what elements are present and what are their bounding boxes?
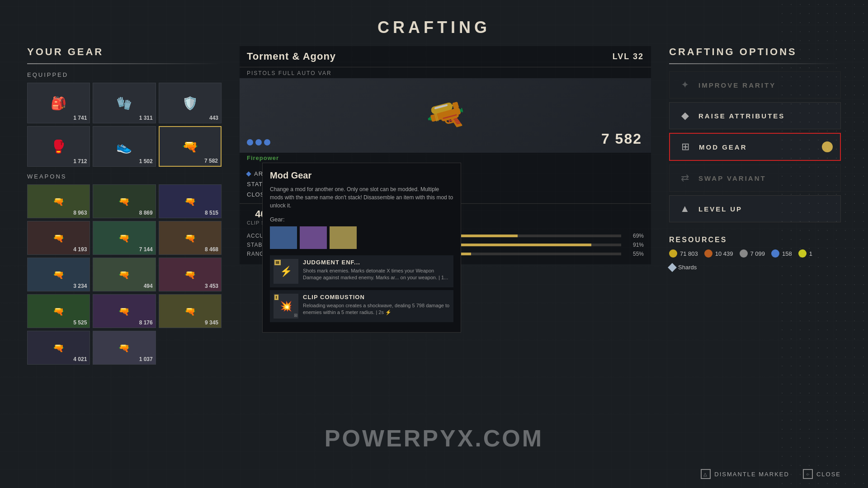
- option-icon-0: ✦: [679, 79, 691, 91]
- weapon-icon-4: 🔫: [109, 223, 139, 253]
- crafting-options-list: ✦ IMPROVE RARITY ◆ RAISE ATTRIBUTES ⊞ MO…: [669, 71, 841, 222]
- equipped-item-5[interactable]: 🔫 7 582: [159, 126, 222, 167]
- weapons-section: WEAPONS 🔫 8 963 🔫 8 869 🔫 8 515 🔫 4 193 …: [27, 173, 222, 365]
- mod-icon-clip: 💥 I ⊞: [274, 294, 298, 319]
- resource-item-4: 1: [798, 249, 812, 258]
- equipped-value-3: 1 712: [73, 158, 87, 164]
- bar-accuracy-pct: 69%: [626, 233, 644, 239]
- resource-val-0: 71 803: [680, 250, 698, 257]
- weapon-icon-13: 🔫: [109, 333, 139, 362]
- resource-val-5: Shards: [678, 264, 697, 271]
- resource-val-2: 7 099: [750, 250, 765, 257]
- weapon-value-9: 5 525: [73, 319, 87, 326]
- tooltip-title: Mod Gear: [270, 170, 453, 181]
- equipped-label: EQUIPPED: [27, 71, 222, 78]
- crafting-option-1[interactable]: ◆ RAISE ATTRIBUTES: [669, 102, 841, 129]
- option-label-3: SWAP VARIANT: [698, 174, 766, 182]
- key-icon-0: △: [701, 469, 711, 479]
- resource-val-1: 10 439: [715, 250, 733, 257]
- equipped-item-3[interactable]: 🥊 1 712: [27, 126, 90, 167]
- mod-info-clip: CLIP COMBUSTION Reloading weapon creates…: [303, 294, 450, 316]
- weapon-item-2[interactable]: 🔫 8 515: [159, 184, 222, 218]
- weapon-item-6[interactable]: 🔫 3 234: [27, 258, 90, 291]
- weapon-icon-0: 🔫: [44, 187, 73, 216]
- swatch-purple[interactable]: [300, 226, 327, 249]
- equipped-item-1[interactable]: 🧤 1 311: [93, 83, 156, 123]
- weapon-item-10[interactable]: 🔫 8 176: [93, 294, 156, 328]
- weapon-value-7: 494: [144, 283, 153, 289]
- weapon-item-11[interactable]: 🔫 9 345: [159, 294, 222, 328]
- equipped-value-0: 1 741: [73, 115, 87, 121]
- option-label-1: RAISE ATTRIBUTES: [698, 112, 785, 120]
- mod-item-judgment[interactable]: ⚡ III JUDGMENT ENF... Shots mark enemies…: [270, 255, 453, 287]
- swatch-gold[interactable]: [330, 226, 357, 249]
- resource-item-1: 10 439: [704, 249, 733, 258]
- mod-icon-judgment: ⚡ III: [274, 259, 298, 284]
- rarity-dot-1: [247, 139, 253, 145]
- equipped-icon-2: 🛡️: [175, 89, 205, 118]
- weapon-item-7[interactable]: 🔫 494: [93, 258, 156, 291]
- mod-desc-clip: Reloading weapon creates a shockwave, de…: [303, 302, 450, 316]
- weapon-item-0[interactable]: 🔫 8 963: [27, 184, 90, 218]
- equipped-item-0[interactable]: 🎒 1 741: [27, 83, 90, 123]
- page-title: CRAFTING: [0, 0, 868, 37]
- equipped-item-2[interactable]: 🛡️ 443: [159, 83, 222, 123]
- mod-desc-judgment: Shots mark enemies. Marks detonate X tim…: [303, 267, 450, 282]
- weapon-icon-12: 🔫: [44, 333, 73, 362]
- weapon-item-4[interactable]: 🔫 7 144: [93, 221, 156, 255]
- equipped-icon-3: 🥊: [44, 132, 73, 161]
- equipped-icon-0: 🎒: [44, 89, 73, 118]
- crafting-option-2[interactable]: ⊞ MOD GEAR: [669, 133, 841, 161]
- bottom-bar: △ DISMANTLE MARKED ○ CLOSE: [701, 469, 841, 479]
- weapon-icon-2: 🔫: [175, 187, 205, 216]
- equipped-grid: 🎒 1 741 🧤 1 311 🛡️ 443 🥊 1 712 👟 1 502 🔫…: [27, 83, 222, 167]
- weapon-value-1: 8 869: [139, 210, 153, 216]
- resource-item-2: 7 099: [740, 249, 765, 258]
- mod-name-clip: CLIP COMBUSTION: [303, 294, 450, 300]
- weapon-value-5: 8 468: [205, 246, 218, 253]
- resource-item-5: Shards: [669, 264, 697, 271]
- resource-item-0: 71 803: [669, 249, 698, 258]
- weapon-value-3: 4 193: [73, 246, 87, 253]
- item-type: PISTOLS FULL AUTO VAR: [240, 67, 651, 78]
- right-panel: CRAFTING OPTIONS ✦ IMPROVE RARITY ◆ RAIS…: [669, 46, 841, 471]
- resource-icon-4: [798, 249, 807, 258]
- resource-item-3: 158: [771, 249, 792, 258]
- item-image: 🔫: [421, 93, 469, 139]
- weapon-item-9[interactable]: 🔫 5 525: [27, 294, 90, 328]
- weapon-item-8[interactable]: 🔫 3 453: [159, 258, 222, 291]
- weapon-item-3[interactable]: 🔫 4 193: [27, 221, 90, 255]
- bottom-action-label-0: DISMANTLE MARKED: [714, 471, 789, 478]
- crafting-option-4[interactable]: ▲ LEVEL UP: [669, 195, 841, 222]
- right-divider: [669, 63, 841, 64]
- your-gear-title: YOUR GEAR: [27, 46, 222, 58]
- resources-title: RESOURCES: [669, 236, 841, 244]
- weapon-icon-5: 🔫: [175, 223, 205, 253]
- item-score: 7 582: [601, 131, 642, 147]
- resource-val-3: 158: [782, 250, 792, 257]
- resource-icon-3: [771, 249, 779, 258]
- resources-section: RESOURCES 71 803 10 439 7 099 158 1 Shar…: [669, 236, 841, 271]
- weapon-icon-3: 🔫: [44, 223, 73, 253]
- mod-gear-tooltip: Mod Gear Change a mod for another one. O…: [262, 163, 461, 333]
- weapon-item-1[interactable]: 🔫 8 869: [93, 184, 156, 218]
- equipped-value-1: 1 311: [139, 115, 153, 121]
- mod-item-clip[interactable]: 💥 I ⊞ CLIP COMBUSTION Reloading weapon c…: [270, 290, 453, 322]
- bottom-action-1[interactable]: ○ CLOSE: [803, 469, 841, 479]
- equipped-icon-1: 🧤: [109, 89, 139, 118]
- rarity-dot-3: [264, 139, 270, 145]
- weapon-item-12[interactable]: 🔫 4 021: [27, 331, 90, 365]
- mod-level-badge-clip: I: [274, 295, 278, 300]
- crafting-option-3: ⇄ SWAP VARIANT: [669, 164, 841, 192]
- bottom-action-label-1: CLOSE: [816, 471, 841, 478]
- bottom-action-0[interactable]: △ DISMANTLE MARKED: [701, 469, 789, 479]
- item-image-area: 🔫 7 582: [240, 78, 651, 153]
- weapon-value-11: 9 345: [205, 319, 218, 326]
- tooltip-desc: Change a mod for another one. Only one s…: [270, 185, 453, 210]
- equipped-icon-5: 🔫: [175, 132, 205, 161]
- equipped-item-4[interactable]: 👟 1 502: [93, 126, 156, 167]
- swatch-blue[interactable]: [270, 226, 297, 249]
- weapon-item-13[interactable]: 🔫 1 037: [93, 331, 156, 365]
- key-icon-1: ○: [803, 469, 813, 479]
- weapon-item-5[interactable]: 🔫 8 468: [159, 221, 222, 255]
